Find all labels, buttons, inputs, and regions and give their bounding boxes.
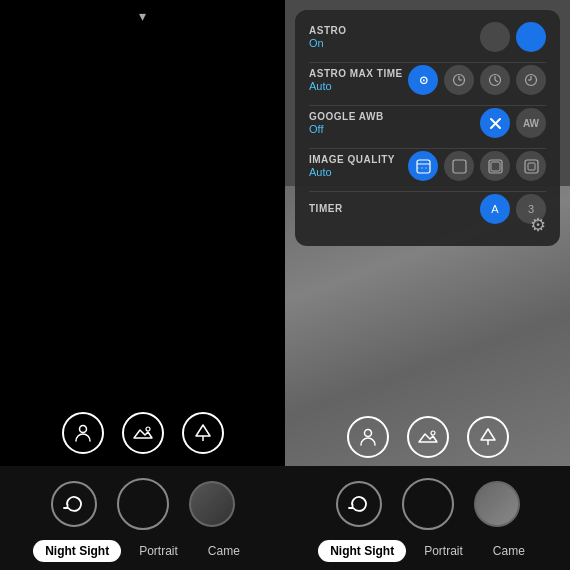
tab-night-sight-right[interactable]: Night Sight bbox=[318, 540, 406, 562]
astro-max-time-label: ASTRO MAX TIME bbox=[309, 68, 408, 79]
astro-setting-row: ASTRO On bbox=[309, 22, 546, 52]
timer-label: TIMER bbox=[309, 203, 480, 214]
divider-1 bbox=[309, 62, 546, 63]
image-quality-setting-row: IMAGE QUALITY Auto bbox=[309, 151, 546, 181]
image-quality-label: IMAGE QUALITY bbox=[309, 154, 408, 165]
gear-button[interactable]: ⚙ bbox=[530, 214, 546, 236]
astro-time-3-btn[interactable] bbox=[516, 65, 546, 95]
photo-thumbnail[interactable] bbox=[189, 481, 235, 527]
quality-med-btn[interactable] bbox=[480, 151, 510, 181]
right-mode-tabs: Night Sight Portrait Came bbox=[285, 540, 570, 562]
astro-options bbox=[480, 22, 546, 52]
astro-time-2-btn[interactable] bbox=[480, 65, 510, 95]
right-camera-controls-row bbox=[285, 478, 570, 530]
divider-4 bbox=[309, 191, 546, 192]
right-panel: ASTRO On bbox=[285, 0, 570, 570]
astro-max-time-value: Auto bbox=[309, 80, 408, 92]
google-awb-info: GOOGLE AWB Off bbox=[309, 111, 480, 135]
image-quality-value: Auto bbox=[309, 166, 408, 178]
svg-rect-21 bbox=[525, 160, 538, 173]
tab-portrait-left[interactable]: Portrait bbox=[127, 540, 190, 562]
svg-marker-2 bbox=[196, 425, 210, 436]
google-awb-setting-row: GOOGLE AWB Off AW bbox=[309, 108, 546, 138]
left-panel: ▾ bbox=[0, 0, 285, 570]
timer-setting-row: TIMER A 3 bbox=[309, 194, 546, 224]
tab-night-sight-left[interactable]: Night Sight bbox=[33, 540, 121, 562]
left-mode-icons bbox=[62, 412, 224, 466]
astro-max-time-setting-row: ASTRO MAX TIME Auto ⊙ bbox=[309, 65, 546, 95]
svg-point-0 bbox=[79, 426, 86, 433]
tree-mode-icon[interactable] bbox=[182, 412, 224, 454]
right-portrait-mode-icon[interactable] bbox=[347, 416, 389, 458]
tab-portrait-right[interactable]: Portrait bbox=[412, 540, 475, 562]
astro-time-1-btn[interactable] bbox=[444, 65, 474, 95]
night-sight-shutter[interactable] bbox=[117, 478, 169, 530]
divider-3 bbox=[309, 148, 546, 149]
svg-point-24 bbox=[431, 431, 435, 435]
astro-info: ASTRO On bbox=[309, 25, 480, 49]
chevron-icon[interactable]: ▾ bbox=[139, 8, 146, 24]
svg-rect-15 bbox=[417, 160, 430, 173]
right-mode-icons bbox=[347, 416, 509, 466]
astro-off-btn[interactable] bbox=[480, 22, 510, 52]
tab-camera-left[interactable]: Came bbox=[196, 540, 252, 562]
svg-point-1 bbox=[146, 427, 150, 431]
right-bottom-bar: Night Sight Portrait Came bbox=[285, 466, 570, 570]
timer-a-btn[interactable]: A bbox=[480, 194, 510, 224]
astro-on-btn[interactable] bbox=[516, 22, 546, 52]
svg-marker-25 bbox=[481, 429, 495, 440]
svg-rect-18 bbox=[453, 160, 466, 173]
svg-rect-20 bbox=[491, 162, 500, 171]
rotate-button[interactable] bbox=[51, 481, 97, 527]
portrait-mode-icon[interactable] bbox=[62, 412, 104, 454]
left-viewfinder: ▾ bbox=[0, 0, 285, 466]
astro-value: On bbox=[309, 37, 480, 49]
left-camera-controls-row bbox=[0, 478, 285, 530]
awb-on-btn[interactable]: AW bbox=[516, 108, 546, 138]
image-quality-info: IMAGE QUALITY Auto bbox=[309, 154, 408, 178]
google-awb-label: GOOGLE AWB bbox=[309, 111, 480, 122]
quality-low-btn[interactable] bbox=[516, 151, 546, 181]
astro-label: ASTRO bbox=[309, 25, 480, 36]
awb-off-btn[interactable] bbox=[480, 108, 510, 138]
right-tree-mode-icon[interactable] bbox=[467, 416, 509, 458]
svg-point-23 bbox=[364, 430, 371, 437]
svg-line-9 bbox=[495, 80, 498, 82]
landscape-mode-icon[interactable] bbox=[122, 412, 164, 454]
divider-2 bbox=[309, 105, 546, 106]
astro-max-time-options: ⊙ bbox=[408, 65, 546, 95]
quality-auto-btn[interactable] bbox=[408, 151, 438, 181]
right-photo-thumbnail[interactable] bbox=[474, 481, 520, 527]
right-landscape-mode-icon[interactable] bbox=[407, 416, 449, 458]
image-quality-options bbox=[408, 151, 546, 181]
timer-info: TIMER bbox=[309, 203, 480, 215]
quality-high-btn[interactable] bbox=[444, 151, 474, 181]
right-rotate-button[interactable] bbox=[336, 481, 382, 527]
google-awb-value: Off bbox=[309, 123, 480, 135]
astro-time-auto-btn[interactable]: ⊙ bbox=[408, 65, 438, 95]
astro-max-time-info: ASTRO MAX TIME Auto bbox=[309, 68, 408, 92]
right-night-sight-shutter[interactable] bbox=[402, 478, 454, 530]
tab-camera-right[interactable]: Came bbox=[481, 540, 537, 562]
right-viewfinder: ASTRO On bbox=[285, 0, 570, 466]
svg-rect-22 bbox=[528, 163, 535, 170]
left-mode-tabs: Night Sight Portrait Came bbox=[0, 540, 285, 562]
google-awb-options: AW bbox=[480, 108, 546, 138]
settings-overlay: ASTRO On bbox=[295, 10, 560, 246]
left-bottom-bar: Night Sight Portrait Came bbox=[0, 466, 285, 570]
